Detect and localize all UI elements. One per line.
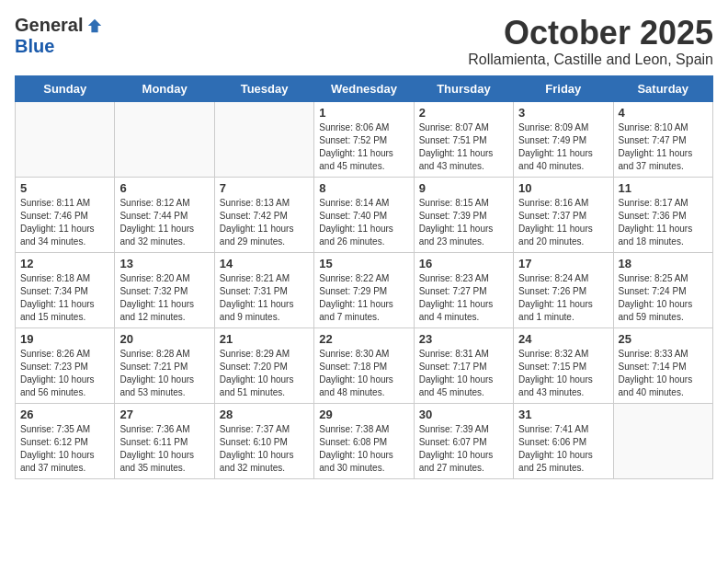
day-info: Sunrise: 8:22 AM Sunset: 7:29 PM Dayligh…: [319, 272, 408, 324]
calendar-cell: 29Sunrise: 7:38 AM Sunset: 6:08 PM Dayli…: [314, 403, 414, 478]
calendar-cell: 26Sunrise: 7:35 AM Sunset: 6:12 PM Dayli…: [16, 403, 115, 478]
day-number: 8: [319, 181, 408, 195]
day-number: 15: [319, 257, 408, 270]
calendar-table: SundayMondayTuesdayWednesdayThursdayFrid…: [15, 75, 713, 479]
day-info: Sunrise: 8:17 AM Sunset: 7:36 PM Dayligh…: [619, 197, 708, 248]
calendar-cell: 10Sunrise: 8:16 AM Sunset: 7:37 PM Dayli…: [514, 177, 613, 252]
calendar-week-2: 5Sunrise: 8:11 AM Sunset: 7:46 PM Daylig…: [16, 177, 713, 252]
day-info: Sunrise: 7:37 AM Sunset: 6:10 PM Dayligh…: [220, 423, 309, 475]
calendar-cell: 4Sunrise: 8:10 AM Sunset: 7:47 PM Daylig…: [613, 101, 712, 177]
calendar-cell: 14Sunrise: 8:21 AM Sunset: 7:31 PM Dayli…: [214, 252, 313, 327]
day-number: 13: [119, 257, 209, 270]
calendar-cell: 17Sunrise: 8:24 AM Sunset: 7:26 PM Dayli…: [514, 252, 613, 327]
day-info: Sunrise: 8:10 AM Sunset: 7:47 PM Dayligh…: [619, 121, 708, 173]
calendar-cell: 23Sunrise: 8:31 AM Sunset: 7:17 PM Dayli…: [414, 327, 513, 403]
day-info: Sunrise: 8:25 AM Sunset: 7:24 PM Dayligh…: [619, 272, 708, 324]
day-number: 9: [419, 181, 508, 195]
day-info: Sunrise: 8:11 AM Sunset: 7:46 PM Dayligh…: [20, 197, 109, 248]
logo-icon: [86, 17, 103, 34]
calendar-cell: 8Sunrise: 8:14 AM Sunset: 7:40 PM Daylig…: [314, 177, 414, 252]
location-subtitle: Rollamienta, Castille and Leon, Spain: [468, 52, 713, 68]
day-number: 24: [518, 332, 608, 346]
calendar-week-4: 19Sunrise: 8:26 AM Sunset: 7:23 PM Dayli…: [16, 327, 713, 403]
day-number: 30: [419, 408, 508, 421]
calendar-cell: 18Sunrise: 8:25 AM Sunset: 7:24 PM Dayli…: [613, 252, 712, 327]
logo-blue-text: Blue: [15, 36, 54, 57]
day-info: Sunrise: 8:30 AM Sunset: 7:18 PM Dayligh…: [319, 348, 408, 399]
day-info: Sunrise: 7:39 AM Sunset: 6:07 PM Dayligh…: [419, 423, 508, 475]
calendar-cell: 19Sunrise: 8:26 AM Sunset: 7:23 PM Dayli…: [16, 327, 115, 403]
day-info: Sunrise: 8:26 AM Sunset: 7:23 PM Dayligh…: [20, 348, 109, 399]
calendar-cell: 9Sunrise: 8:15 AM Sunset: 7:39 PM Daylig…: [414, 177, 513, 252]
day-number: 16: [419, 257, 508, 270]
calendar-week-3: 12Sunrise: 8:18 AM Sunset: 7:34 PM Dayli…: [16, 252, 713, 327]
day-number: 23: [419, 332, 508, 346]
calendar-cell: 5Sunrise: 8:11 AM Sunset: 7:46 PM Daylig…: [16, 177, 115, 252]
weekday-header-wednesday: Wednesday: [314, 75, 414, 101]
day-number: 4: [619, 106, 708, 120]
calendar-cell: 20Sunrise: 8:28 AM Sunset: 7:21 PM Dayli…: [115, 327, 214, 403]
weekday-header-tuesday: Tuesday: [214, 75, 313, 101]
day-number: 3: [518, 106, 608, 120]
calendar-cell: 7Sunrise: 8:13 AM Sunset: 7:42 PM Daylig…: [214, 177, 313, 252]
day-info: Sunrise: 8:12 AM Sunset: 7:44 PM Dayligh…: [119, 197, 209, 248]
calendar-cell: [613, 403, 712, 478]
calendar-cell: [16, 101, 115, 177]
weekday-header-thursday: Thursday: [414, 75, 513, 101]
calendar-cell: 2Sunrise: 8:07 AM Sunset: 7:51 PM Daylig…: [414, 101, 513, 177]
calendar-cell: 28Sunrise: 7:37 AM Sunset: 6:10 PM Dayli…: [214, 403, 313, 478]
day-info: Sunrise: 8:29 AM Sunset: 7:20 PM Dayligh…: [220, 348, 309, 399]
day-info: Sunrise: 8:23 AM Sunset: 7:27 PM Dayligh…: [419, 272, 508, 324]
day-info: Sunrise: 8:28 AM Sunset: 7:21 PM Dayligh…: [119, 348, 209, 399]
day-info: Sunrise: 7:41 AM Sunset: 6:06 PM Dayligh…: [518, 423, 608, 475]
weekday-header-sunday: Sunday: [16, 75, 115, 101]
day-number: 10: [518, 181, 608, 195]
day-info: Sunrise: 8:18 AM Sunset: 7:34 PM Dayligh…: [20, 272, 109, 324]
day-number: 26: [20, 408, 109, 421]
logo: General Blue: [15, 15, 103, 57]
title-block: October 2025 Rollamienta, Castille and L…: [468, 15, 713, 68]
calendar-cell: [214, 101, 313, 177]
day-info: Sunrise: 8:24 AM Sunset: 7:26 PM Dayligh…: [518, 272, 608, 324]
day-number: 20: [119, 332, 209, 346]
page-header: General Blue October 2025 Rollamienta, C…: [15, 15, 713, 68]
calendar-cell: 30Sunrise: 7:39 AM Sunset: 6:07 PM Dayli…: [414, 403, 513, 478]
day-number: 22: [319, 332, 408, 346]
calendar-cell: 22Sunrise: 8:30 AM Sunset: 7:18 PM Dayli…: [314, 327, 414, 403]
day-info: Sunrise: 8:07 AM Sunset: 7:51 PM Dayligh…: [419, 121, 508, 173]
day-info: Sunrise: 8:33 AM Sunset: 7:14 PM Dayligh…: [619, 348, 708, 399]
day-info: Sunrise: 8:09 AM Sunset: 7:49 PM Dayligh…: [518, 121, 608, 173]
day-number: 6: [119, 181, 209, 195]
day-number: 14: [220, 257, 309, 270]
day-info: Sunrise: 8:31 AM Sunset: 7:17 PM Dayligh…: [419, 348, 508, 399]
day-info: Sunrise: 8:32 AM Sunset: 7:15 PM Dayligh…: [518, 348, 608, 399]
day-number: 25: [619, 332, 708, 346]
calendar-cell: 6Sunrise: 8:12 AM Sunset: 7:44 PM Daylig…: [115, 177, 214, 252]
day-number: 21: [220, 332, 309, 346]
calendar-cell: 11Sunrise: 8:17 AM Sunset: 7:36 PM Dayli…: [613, 177, 712, 252]
weekday-header-friday: Friday: [514, 75, 613, 101]
day-number: 19: [20, 332, 109, 346]
weekday-header-row: SundayMondayTuesdayWednesdayThursdayFrid…: [16, 75, 713, 101]
day-info: Sunrise: 7:35 AM Sunset: 6:12 PM Dayligh…: [20, 423, 109, 475]
day-number: 31: [518, 408, 608, 421]
month-title: October 2025: [468, 15, 713, 52]
day-number: 7: [220, 181, 309, 195]
day-number: 11: [619, 181, 708, 195]
calendar-cell: 16Sunrise: 8:23 AM Sunset: 7:27 PM Dayli…: [414, 252, 513, 327]
day-number: 12: [20, 257, 109, 270]
calendar-cell: 24Sunrise: 8:32 AM Sunset: 7:15 PM Dayli…: [514, 327, 613, 403]
day-info: Sunrise: 7:38 AM Sunset: 6:08 PM Dayligh…: [319, 423, 408, 475]
day-number: 29: [319, 408, 408, 421]
weekday-header-saturday: Saturday: [613, 75, 712, 101]
day-number: 5: [20, 181, 109, 195]
calendar-cell: 15Sunrise: 8:22 AM Sunset: 7:29 PM Dayli…: [314, 252, 414, 327]
svg-marker-0: [88, 18, 101, 31]
day-info: Sunrise: 8:21 AM Sunset: 7:31 PM Dayligh…: [220, 272, 309, 324]
calendar-cell: 25Sunrise: 8:33 AM Sunset: 7:14 PM Dayli…: [613, 327, 712, 403]
day-info: Sunrise: 8:16 AM Sunset: 7:37 PM Dayligh…: [518, 197, 608, 248]
day-number: 2: [419, 106, 508, 120]
weekday-header-monday: Monday: [115, 75, 214, 101]
day-info: Sunrise: 8:15 AM Sunset: 7:39 PM Dayligh…: [419, 197, 508, 248]
calendar-week-5: 26Sunrise: 7:35 AM Sunset: 6:12 PM Dayli…: [16, 403, 713, 478]
